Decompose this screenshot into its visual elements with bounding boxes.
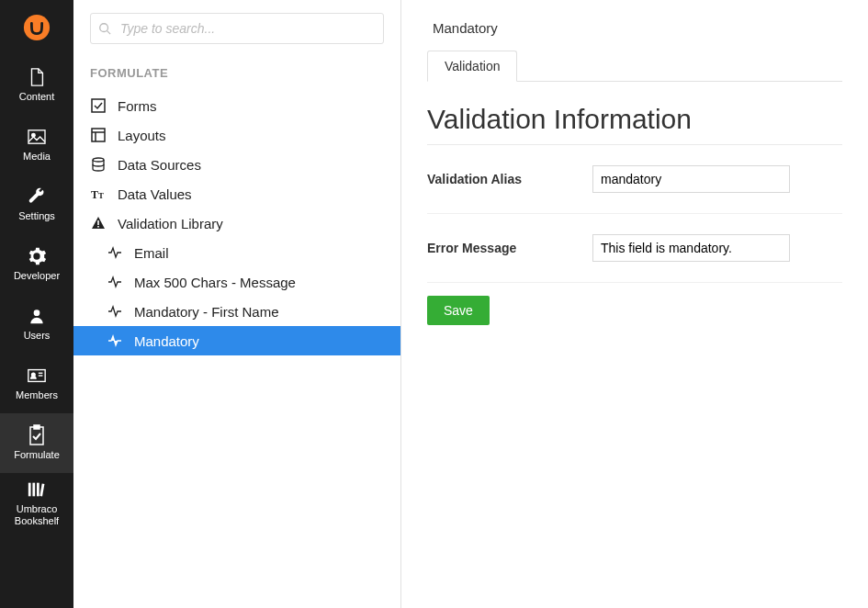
database-icon [90,156,107,173]
tree-item-label: Data Values [118,186,192,202]
svg-rect-9 [34,425,39,429]
error-label: Error Message [427,241,592,255]
umbraco-logo[interactable] [0,0,73,55]
svg-point-0 [24,15,50,40]
app-navbar: Content Media Settings Developer Users M… [0,0,73,608]
nav-developer[interactable]: Developer [0,234,73,294]
tree-item-validation-library[interactable]: Validation Library [73,208,400,238]
tree-item-label: Forms [118,98,157,114]
search-icon [98,22,111,35]
gear-icon [27,246,47,266]
image-icon [27,127,47,147]
form-row-error: Error Message [427,214,842,283]
wrench-icon [27,186,47,207]
tree-item-label: Mandatory [134,333,199,349]
nav-users-label: Users [24,330,51,341]
nav-users[interactable]: Users [0,294,73,354]
nav-formulate-label: Formulate [14,449,60,460]
svg-rect-10 [28,483,31,497]
tree-item-label: Mandatory - First Name [134,304,279,320]
tree-item-label: Data Sources [118,157,201,173]
tree-child-max500[interactable]: Max 500 Chars - Message [73,267,400,297]
nav-settings-label: Settings [18,210,55,221]
search-input[interactable] [90,13,384,44]
clipboard-check-icon [27,425,47,445]
main-content: Mandatory Validation Validation Informat… [401,0,868,608]
page-heading: Validation Information [427,104,842,145]
checkbox-icon [90,97,107,114]
nav-formulate[interactable]: Formulate [0,413,73,473]
nav-bookshelf[interactable]: Umbraco Bookshelf [0,473,73,533]
svg-rect-8 [30,427,43,445]
tree-panel: FORMULATE Forms Layouts Data Sources TT … [73,0,401,608]
nav-media-label: Media [23,151,51,162]
pulse-icon [107,244,123,261]
svg-point-3 [34,310,40,317]
layout-icon [90,127,107,143]
nav-media[interactable]: Media [0,115,73,175]
svg-point-20 [93,158,104,162]
id-card-icon [27,366,47,386]
tree-section-header: FORMULATE [73,53,400,85]
search-box [90,13,384,44]
nav-members-label: Members [16,389,58,400]
svg-text:T: T [91,188,98,201]
tree-item-data-sources[interactable]: Data Sources [73,150,400,179]
svg-rect-1 [28,130,45,143]
tree-item-label: Layouts [118,128,166,143]
form-row-alias: Validation Alias [427,145,842,214]
alias-input[interactable] [592,165,790,193]
svg-rect-16 [92,99,105,112]
svg-rect-12 [37,483,39,497]
breadcrumb: Mandatory [427,17,842,51]
pulse-icon [107,303,123,320]
tree-child-email[interactable]: Email [73,238,400,267]
svg-point-14 [100,24,108,32]
pulse-icon [107,332,123,349]
tree: Forms Layouts Data Sources TT Data Value… [73,85,400,361]
svg-rect-11 [32,483,35,497]
tab-validation[interactable]: Validation [427,51,517,82]
svg-rect-17 [92,129,105,141]
tree-child-mandatory[interactable]: Mandatory [73,326,400,355]
svg-rect-23 [97,220,99,225]
tree-item-label: Validation Library [118,216,223,231]
nav-bookshelf-label: Umbraco Bookshelf [0,503,73,525]
tree-item-data-values[interactable]: TT Data Values [73,179,400,208]
nav-content[interactable]: Content [0,55,73,115]
save-button[interactable]: Save [427,296,490,325]
tree-item-label: Max 500 Chars - Message [134,275,296,290]
svg-rect-13 [39,484,44,497]
typography-icon: TT [90,186,107,202]
user-icon [27,306,47,326]
svg-text:T: T [98,191,104,200]
file-icon [27,67,47,87]
error-input[interactable] [592,234,790,262]
nav-members[interactable]: Members [0,354,73,413]
svg-line-15 [107,31,111,35]
tree-item-label: Email [134,245,169,261]
nav-developer-label: Developer [14,270,60,281]
tree-item-layouts[interactable]: Layouts [73,120,400,150]
nav-content-label: Content [19,91,55,102]
svg-rect-24 [97,226,99,228]
warning-icon [90,215,107,231]
tree-item-forms[interactable]: Forms [73,91,400,120]
tree-child-mandatory-firstname[interactable]: Mandatory - First Name [73,297,400,326]
tabs: Validation [427,51,842,82]
alias-label: Validation Alias [427,172,592,186]
books-icon [27,479,47,500]
pulse-icon [107,274,123,290]
nav-settings[interactable]: Settings [0,175,73,234]
